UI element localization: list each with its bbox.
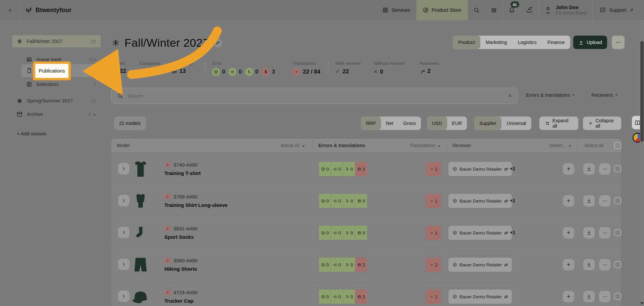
ellipsis-icon bbox=[602, 230, 608, 236]
translations-badge: 1 bbox=[426, 194, 441, 208]
nav-services[interactable]: Services bbox=[376, 0, 416, 20]
error-badges: 0 0 0 2 bbox=[319, 258, 367, 272]
receiver-chip[interactable]: Bauer Demo Retailer⇄ bbox=[448, 290, 512, 304]
row-checkbox[interactable] bbox=[614, 229, 621, 236]
menu-button[interactable] bbox=[485, 0, 503, 20]
expand-row-button[interactable] bbox=[118, 259, 129, 270]
expand-row-button[interactable] bbox=[118, 195, 129, 206]
scope-universal[interactable]: Universal bbox=[501, 117, 531, 130]
row-checkbox[interactable] bbox=[614, 165, 621, 172]
user-menu[interactable]: John Doe PS Demo Brand bbox=[538, 0, 593, 20]
add-button[interactable]: + bbox=[563, 227, 574, 238]
add-button[interactable]: + bbox=[563, 195, 574, 207]
add-season-button[interactable]: + Add season bbox=[17, 131, 46, 136]
search-button[interactable] bbox=[468, 0, 485, 20]
translations-badge: 2 bbox=[426, 258, 441, 272]
download-button[interactable] bbox=[583, 291, 595, 302]
search-input[interactable]: Search × bbox=[111, 88, 518, 104]
marketing-badge: 0 bbox=[331, 290, 343, 304]
back-button[interactable]: ‹ bbox=[0, 0, 20, 20]
expand-row-button[interactable] bbox=[118, 163, 129, 174]
price-net[interactable]: Net bbox=[381, 117, 398, 130]
currency-eur[interactable]: EUR bbox=[447, 117, 467, 130]
page-title-row: Fall/Winter 2027 bbox=[111, 36, 222, 49]
search-placeholder: Search bbox=[127, 93, 504, 99]
support-link[interactable]: Support ↗ bbox=[593, 0, 640, 20]
receiver-select[interactable]: Select... bbox=[549, 143, 571, 148]
tab-marketing[interactable]: Marketing bbox=[480, 36, 513, 49]
header-more-button[interactable] bbox=[612, 36, 625, 49]
tab-product[interactable]: Product bbox=[453, 36, 480, 49]
collapse-all-button[interactable]: Collapse all bbox=[583, 117, 621, 130]
add-button[interactable]: + bbox=[563, 291, 574, 302]
add-button[interactable]: + bbox=[563, 259, 574, 270]
product-name: Trucker Cap bbox=[164, 298, 194, 304]
import-button[interactable] bbox=[521, 0, 538, 20]
article-id-line: 3768-4490 bbox=[164, 193, 198, 200]
receivers-dropdown[interactable]: Receivers bbox=[591, 92, 618, 98]
download-icon bbox=[586, 166, 592, 172]
receiver-chip[interactable]: Bauer Demo Retailer⇄ bbox=[448, 194, 512, 208]
expand-row-button[interactable] bbox=[118, 227, 129, 238]
scrollbar-thumb[interactable] bbox=[640, 41, 644, 142]
ellipsis-icon bbox=[602, 166, 608, 172]
currency-usd[interactable]: USD bbox=[427, 117, 447, 130]
table-row: 3831-4490 Sport Socks 0 0 0 0 1 Bauer De… bbox=[111, 217, 621, 249]
price-rrp[interactable]: RRP bbox=[361, 117, 381, 130]
scrollbar-down-arrow[interactable] bbox=[640, 302, 644, 305]
row-checkbox[interactable] bbox=[614, 293, 621, 300]
errors-translations-dropdown[interactable]: Errors & translations bbox=[526, 92, 575, 98]
nav-product-store[interactable]: Product Store bbox=[416, 0, 468, 20]
copy-link-button[interactable] bbox=[213, 39, 222, 47]
swap-icon: ⇄ bbox=[504, 230, 508, 235]
download-button[interactable] bbox=[583, 259, 595, 270]
translations-filter[interactable]: Translations bbox=[410, 143, 440, 148]
chevron-down-icon bbox=[572, 94, 575, 96]
grid-icon bbox=[382, 7, 389, 13]
navbar-right: Services Product Store 41 John Doe PS De… bbox=[376, 0, 640, 20]
row-checkbox[interactable] bbox=[614, 197, 621, 204]
clear-search-icon[interactable]: × bbox=[508, 92, 512, 99]
scope-supplier[interactable]: Supplier bbox=[474, 117, 501, 130]
download-button[interactable] bbox=[583, 195, 595, 207]
sidebar-item-selections[interactable]: Selections 0 bbox=[21, 78, 101, 91]
sidebar-item-spring-summer-2027[interactable]: Spring/Summer 2027 22 bbox=[12, 95, 101, 107]
tab-logistics[interactable]: Logistics bbox=[513, 36, 542, 49]
price-gross[interactable]: Gross bbox=[398, 117, 421, 130]
receiver-chip[interactable]: Bauer Demo Retailer⇄ bbox=[448, 226, 512, 240]
article-id-sort[interactable]: Article ID bbox=[281, 143, 305, 148]
notifications-button[interactable]: 41 bbox=[503, 0, 521, 20]
chevron-down-icon bbox=[569, 145, 571, 147]
select-all-checkbox[interactable] bbox=[614, 142, 621, 149]
row-more-button[interactable] bbox=[599, 195, 610, 207]
tab-finance[interactable]: Finance bbox=[542, 36, 570, 49]
expand-row-button[interactable] bbox=[118, 291, 129, 302]
price-toggle: RRP Net Gross bbox=[361, 117, 421, 130]
scrollbar-track[interactable] bbox=[640, 20, 644, 306]
download-button[interactable] bbox=[583, 163, 595, 175]
article-id: 3768-4490 bbox=[173, 194, 198, 200]
sidebar-item-archive[interactable]: Archive 0 bbox=[12, 108, 101, 120]
row-checkbox[interactable] bbox=[614, 261, 621, 268]
row-more-button[interactable] bbox=[599, 291, 610, 302]
row-more-button[interactable] bbox=[599, 163, 610, 175]
upload-button[interactable]: Upload bbox=[573, 36, 607, 49]
row-more-button[interactable] bbox=[599, 227, 610, 238]
expand-all-button[interactable]: Expand all bbox=[539, 117, 578, 130]
link-icon bbox=[215, 40, 220, 45]
brand-logo[interactable]: Btwentyfour bbox=[20, 6, 71, 14]
ellipsis-icon bbox=[602, 294, 608, 300]
article-id-line: 3831-4490 bbox=[164, 225, 198, 232]
download-button[interactable] bbox=[583, 227, 595, 238]
add-button[interactable]: + bbox=[563, 163, 574, 175]
receiver-chip[interactable]: Bauer Demo Retailer⇄ bbox=[448, 162, 512, 176]
receiver-chip[interactable]: Bauer Demo Retailer⇄ bbox=[448, 258, 512, 272]
grid-icon bbox=[139, 69, 145, 74]
table-header: Model Article ID Errors & translations T… bbox=[111, 139, 621, 153]
row-more-button[interactable] bbox=[599, 259, 610, 270]
sidebar-item-fall-winter-2027[interactable]: Fall/Winter 2027 22 bbox=[12, 35, 101, 47]
product-image-longsleeve bbox=[131, 191, 150, 211]
stat-translations: Translations 22 / 84 bbox=[292, 61, 320, 76]
chevron-right-icon bbox=[121, 294, 126, 299]
models-count-chip: 22 models bbox=[114, 117, 146, 130]
